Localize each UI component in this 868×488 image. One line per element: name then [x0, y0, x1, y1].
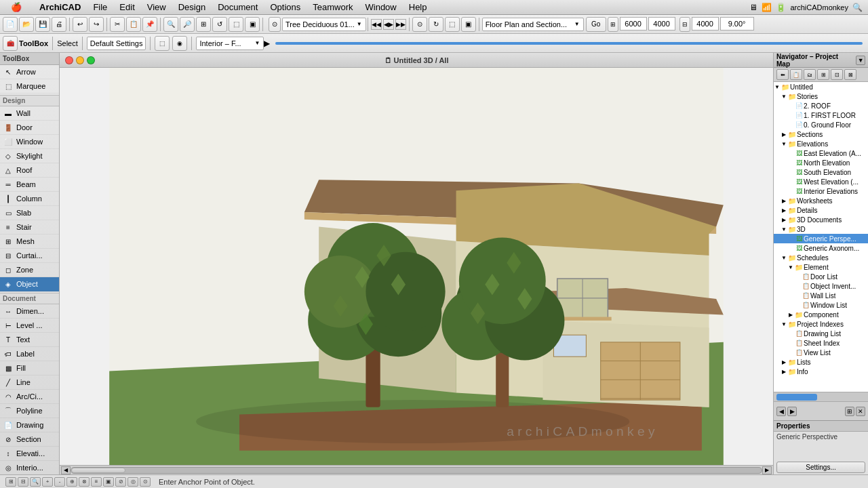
nav-btn-3[interactable]: 🗂: [804, 69, 816, 80]
nav-btn-1[interactable]: ⬅: [776, 69, 789, 80]
menu-teamwork[interactable]: Teamwork: [307, 1, 358, 14]
tree-item-13[interactable]: ▶📁Details: [774, 205, 868, 215]
tree-toggle-18[interactable]: ▼: [781, 255, 787, 261]
move-btn[interactable]: Go: [586, 17, 606, 32]
tool-item-line[interactable]: ╱Line: [0, 375, 59, 390]
menu-file[interactable]: File: [87, 1, 113, 14]
tree-item-19[interactable]: ▼📁Element: [774, 262, 868, 272]
apple-menu[interactable]: 🍎: [5, 1, 27, 14]
tool-item-dimen[interactable]: ↔Dimen...: [0, 304, 59, 319]
tree-toggle-24[interactable]: ▶: [787, 312, 794, 318]
tree-item-5[interactable]: ▶📁Sections: [774, 129, 868, 139]
tool-item-polyline[interactable]: ⌒Polyline: [0, 404, 59, 418]
tree-toggle-25[interactable]: ▼: [781, 321, 787, 327]
tree-item-24[interactable]: ▶📁Component: [774, 310, 868, 319]
tree-item-2[interactable]: 📄2. ROOF: [774, 101, 868, 110]
tree-item-21[interactable]: 📋Object Invent...: [774, 281, 868, 291]
tree-item-1[interactable]: ▼📁Stories: [774, 92, 868, 101]
tree-item-3[interactable]: 📄1. FIRST FLOOR: [774, 110, 868, 120]
tree-toggle-29[interactable]: ▶: [781, 359, 787, 365]
tree-item-4[interactable]: 📄0. Ground Floor: [774, 120, 868, 129]
coord-x[interactable]: 6000: [620, 17, 647, 30]
tree-toggle-30[interactable]: ▶: [781, 369, 787, 375]
tree-item-28[interactable]: 📋View List: [774, 348, 868, 357]
nav-btn-4[interactable]: ⊞: [817, 69, 829, 80]
zoom-all-btn[interactable]: ⊞: [196, 17, 211, 32]
tool-item-interior[interactable]: ◎Interio...: [0, 461, 59, 474]
tool-item-window[interactable]: ⬜Window: [0, 135, 59, 149]
default-settings-btn[interactable]: Default Settings: [87, 37, 146, 50]
panel-resize-btn[interactable]: ⊞: [845, 407, 854, 416]
new-btn[interactable]: 📄: [3, 17, 18, 32]
tree-toggle-15[interactable]: ▼: [781, 226, 787, 232]
status-icon-5[interactable]: -: [54, 477, 65, 487]
tool-item-beam[interactable]: ═Beam: [0, 178, 59, 192]
tool-item-skylight[interactable]: ◇Skylight: [0, 149, 59, 163]
menu-document[interactable]: Document: [212, 1, 263, 14]
menu-options[interactable]: Options: [264, 1, 306, 14]
tree-toggle-13[interactable]: ▶: [781, 207, 787, 214]
panel-collapse-btn[interactable]: ▶: [787, 407, 797, 416]
tool-item-door[interactable]: 🚪Door: [0, 121, 59, 135]
status-icon-6[interactable]: ⊕: [66, 477, 77, 487]
status-icon-4[interactable]: +: [42, 477, 53, 487]
save-btn[interactable]: 💾: [35, 17, 50, 32]
tree-toggle-19[interactable]: ▼: [787, 264, 794, 270]
tool-item-level[interactable]: ⊢Level ...: [0, 319, 59, 333]
tree-item-20[interactable]: 📋Door List: [774, 272, 868, 281]
tree-toggle-0[interactable]: ▼: [774, 84, 781, 90]
tree-item-6[interactable]: ▼📁Elevations: [774, 139, 868, 148]
tool-item-zone[interactable]: ◻Zone: [0, 263, 59, 277]
menu-view[interactable]: View: [142, 1, 172, 14]
nav-btn-2[interactable]: 📋: [790, 69, 802, 80]
status-icon-12[interactable]: ⊙: [140, 477, 151, 487]
tool-item-fill[interactable]: ▩Fill: [0, 361, 59, 375]
redo-btn[interactable]: ↪: [89, 17, 104, 32]
status-icon-2[interactable]: ⊟: [18, 477, 28, 487]
panel-expand-btn[interactable]: ◀: [776, 407, 786, 416]
3d-btn[interactable]: ⬚: [229, 17, 243, 32]
tree-item-18[interactable]: ▼📁Schedules: [774, 253, 868, 262]
status-icon-11[interactable]: ◎: [127, 477, 138, 487]
object-title-dropdown[interactable]: Tree Deciduous 01...: [282, 18, 366, 31]
tree-item-16[interactable]: 🖼Generic Perspe...: [774, 234, 868, 243]
tree-item-14[interactable]: ▶📁3D Documents: [774, 215, 868, 224]
tree-toggle-6[interactable]: ▼: [781, 141, 787, 147]
status-icon-9[interactable]: ▣: [103, 477, 114, 487]
copy-btn[interactable]: 📋: [126, 17, 141, 32]
tree-item-26[interactable]: 📋Drawing List: [774, 329, 868, 338]
section-dropdown[interactable]: Floor Plan and Section...: [482, 18, 584, 31]
tree-item-22[interactable]: 📋Wall List: [774, 291, 868, 300]
nav-end-btn[interactable]: ▶▶: [395, 19, 406, 30]
tree-item-29[interactable]: ▶📁Lists: [774, 357, 868, 367]
view-orbit-btn[interactable]: ⊙: [412, 17, 427, 32]
refresh-btn[interactable]: ↺: [212, 17, 227, 32]
settings-btn[interactable]: Settings...: [776, 462, 865, 473]
tree-item-7[interactable]: 🖼East Elevation (A...: [774, 148, 868, 158]
tree-item-10[interactable]: 🖼West Elevation (...: [774, 177, 868, 186]
tool-item-slab[interactable]: ▭Slab: [0, 206, 59, 220]
tree-item-9[interactable]: 🖼South Elevation: [774, 167, 868, 177]
tool-item-elevation[interactable]: ↕Elevati...: [0, 447, 59, 461]
tree-toggle-12[interactable]: ▶: [781, 198, 787, 204]
zoom-in-btn[interactable]: 🔍: [163, 17, 178, 32]
tree-item-0[interactable]: ▼📁Untitled: [774, 82, 868, 92]
tree-item-23[interactable]: 📋Window List: [774, 300, 868, 310]
tool-item-mesh[interactable]: ⊞Mesh: [0, 235, 59, 249]
tree-item-12[interactable]: ▶📁Worksheets: [774, 196, 868, 205]
tree-item-27[interactable]: 📋Sheet Index: [774, 338, 868, 348]
print-btn[interactable]: 🖨: [52, 17, 66, 32]
tree-item-11[interactable]: 🖼Interior Elevations: [774, 186, 868, 196]
view-fly-btn[interactable]: ▣: [461, 17, 476, 32]
panel-options-btn[interactable]: ▼: [856, 56, 865, 65]
window-close-btn[interactable]: [65, 56, 73, 64]
status-icon-1[interactable]: ⊞: [5, 477, 16, 487]
tool-item-arc[interactable]: ◠Arc/Ci...: [0, 390, 59, 404]
menu-design[interactable]: Design: [173, 1, 211, 14]
scroll-right-btn[interactable]: ▶: [762, 466, 772, 474]
menu-window[interactable]: Window: [360, 1, 402, 14]
tool-item-label[interactable]: 🏷Label: [0, 347, 59, 361]
undo-btn[interactable]: ↩: [73, 17, 87, 32]
scroll-track[interactable]: [71, 467, 762, 474]
nav-start-btn[interactable]: ◀◀: [371, 19, 382, 30]
